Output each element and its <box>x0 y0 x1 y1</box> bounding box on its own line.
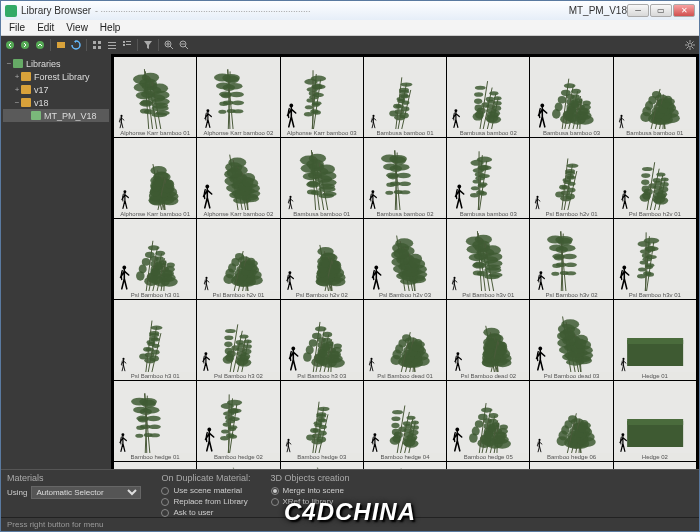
tree-item-selected[interactable]: MT_PM_V18 <box>3 109 109 122</box>
thumbnail-item[interactable]: Alphonse Karr bamboo 03 <box>281 57 363 137</box>
menu-file[interactable]: File <box>3 22 31 33</box>
svg-rect-13 <box>123 44 125 46</box>
thumbnail-item[interactable]: Bamboo hedge 02 <box>197 381 279 461</box>
thumbnail-item[interactable]: Psl Bamboo h2v 01 <box>530 138 612 218</box>
svg-point-620 <box>240 335 249 339</box>
radio-replace[interactable] <box>161 498 169 506</box>
svg-point-656 <box>322 337 330 343</box>
thumbnail-caption: Psl Bamboo h3 03 <box>281 372 363 380</box>
thumbnail-item[interactable]: Bamboo hedge 05 <box>447 381 529 461</box>
thumbnail-item[interactable]: Bamboo hedge 04 <box>364 381 446 461</box>
thumbnail-item[interactable] <box>447 462 529 469</box>
svg-point-807 <box>229 417 240 421</box>
thumbnail-caption: Alphonse Karr bamboo 01 <box>114 210 196 218</box>
thumbnail-caption: Psl Bamboo h3 01 <box>114 291 196 299</box>
thumbnail-item[interactable]: Psl Bamboo h3 02 <box>197 300 279 380</box>
thumbnail-caption: Hedge 02 <box>614 453 696 461</box>
view-thumbnails-icon[interactable] <box>90 38 104 52</box>
nav-up-icon[interactable] <box>33 38 47 52</box>
svg-point-661 <box>308 339 316 347</box>
thumbnail-item[interactable] <box>364 462 446 469</box>
thumbnail-item[interactable]: Bambusa bamboo 03 <box>530 57 612 137</box>
thumbnail-item[interactable]: Psl Bamboo h3 03 <box>281 300 363 380</box>
thumbnail-item[interactable] <box>281 462 363 469</box>
thumbnail-item[interactable]: Alphonse Karr bamboo 01 <box>114 57 196 137</box>
tree-item[interactable]: +v17 <box>3 83 109 96</box>
zoom-out-icon[interactable] <box>177 38 191 52</box>
thumbnail-caption: Psl Bamboo h3v 02 <box>530 291 612 299</box>
nav-back-icon[interactable] <box>3 38 17 52</box>
svg-point-120 <box>481 102 489 108</box>
thumbnail-caption: Psl Bamboo h2v 01 <box>614 210 696 218</box>
thumbnail-item[interactable]: Psl Bamboo h2v 01 <box>614 138 696 218</box>
svg-point-578 <box>643 271 651 275</box>
svg-point-46 <box>151 84 168 94</box>
thumbnail-item[interactable]: Bambusa bamboo 01 <box>364 57 446 137</box>
thumbnail-item[interactable]: Psl Bamboo h3v 01 <box>447 219 529 299</box>
close-button[interactable]: ✕ <box>673 4 695 17</box>
thumbnail-item[interactable]: Bamboo hedge 06 <box>530 381 612 461</box>
tree-item[interactable]: +Forest Library <box>3 70 109 83</box>
thumbnail-item[interactable]: Psl Bamboo h2v 03 <box>364 219 446 299</box>
thumbnail-item[interactable]: Alphonse Karr bamboo 02 <box>197 57 279 137</box>
thumbnail-item[interactable]: Bambusa bamboo 01 <box>614 57 696 137</box>
svg-point-507 <box>393 249 409 259</box>
thumbnail-item[interactable] <box>530 462 612 469</box>
thumbnail-grid: Alphonse Karr bamboo 01 Alphonse Karr ba… <box>111 54 699 469</box>
thumbnail-item[interactable]: Psl Bamboo dead 01 <box>364 300 446 380</box>
settings-icon[interactable] <box>683 38 697 52</box>
tree-root[interactable]: −Libraries <box>3 57 109 70</box>
thumbnail-item[interactable]: Bambusa bamboo 03 <box>447 138 529 218</box>
thumbnail-item[interactable]: Hedge 02 <box>614 381 696 461</box>
thumbnail-item[interactable] <box>114 462 196 469</box>
thumbnail-item[interactable]: Psl Bamboo h3v 01 <box>614 219 696 299</box>
menu-help[interactable]: Help <box>94 22 127 33</box>
filter-icon[interactable] <box>141 38 155 52</box>
zoom-in-icon[interactable] <box>162 38 176 52</box>
thumbnail-item[interactable]: Psl Bamboo h2v 02 <box>281 219 363 299</box>
thumbnail-item[interactable]: Bambusa bamboo 02 <box>447 57 529 137</box>
view-list-icon[interactable] <box>105 38 119 52</box>
thumbnail-item[interactable]: Bambusa bamboo 02 <box>364 138 446 218</box>
thumbnail-item[interactable]: Bamboo hedge 03 <box>281 381 363 461</box>
svg-point-593 <box>152 344 160 348</box>
thumbnail-item[interactable] <box>197 462 279 469</box>
using-select[interactable]: Automatic Selector <box>31 486 141 499</box>
svg-point-333 <box>477 157 492 163</box>
thumbnail-item[interactable]: Psl Bamboo h3 01 <box>114 300 196 380</box>
minimize-button[interactable]: ─ <box>627 4 649 17</box>
tree-item[interactable]: −v18 <box>3 96 109 109</box>
new-library-icon[interactable] <box>54 38 68 52</box>
thumbnail-item[interactable]: Hedge 01 <box>614 300 696 380</box>
svg-rect-930 <box>627 419 683 425</box>
thumbnail-item[interactable]: Psl Bamboo dead 02 <box>447 300 529 380</box>
view-detail-icon[interactable] <box>120 38 134 52</box>
radio-merge[interactable] <box>271 487 279 495</box>
svg-point-365 <box>660 177 668 181</box>
radio-xref[interactable] <box>271 498 279 506</box>
thumbnail-item[interactable]: Bambusa bamboo 01 <box>281 138 363 218</box>
thumbnail-item[interactable]: Psl Bamboo h2v 01 <box>197 219 279 299</box>
thumbnail-caption: Alphonse Karr bamboo 01 <box>114 129 196 137</box>
svg-rect-11 <box>123 41 125 43</box>
svg-point-352 <box>567 163 579 167</box>
thumbnail-item[interactable]: Alphonse Karr bamboo 01 <box>114 138 196 218</box>
radio-use-scene[interactable] <box>161 487 169 495</box>
thumbnail-item[interactable]: Psl Bamboo dead 03 <box>530 300 612 380</box>
svg-point-561 <box>563 254 578 259</box>
svg-point-363 <box>659 187 668 193</box>
radio-ask[interactable] <box>161 509 169 517</box>
thumbnail-caption: Bambusa bamboo 02 <box>364 210 446 218</box>
thumbnail-item[interactable] <box>614 462 696 469</box>
svg-point-95 <box>401 101 409 105</box>
thumbnail-item[interactable]: Alphonse Karr bamboo 02 <box>197 138 279 218</box>
thumbnail-item[interactable]: Bamboo hedge 01 <box>114 381 196 461</box>
menu-view[interactable]: View <box>60 22 94 33</box>
refresh-icon[interactable] <box>69 38 83 52</box>
thumbnail-item[interactable]: Psl Bamboo h3v 02 <box>530 219 612 299</box>
maximize-button[interactable]: ▭ <box>650 4 672 17</box>
thumbnail-item[interactable]: Psl Bamboo h3 01 <box>114 219 196 299</box>
nav-forward-icon[interactable] <box>18 38 32 52</box>
menu-edit[interactable]: Edit <box>31 22 60 33</box>
svg-point-657 <box>322 332 332 337</box>
